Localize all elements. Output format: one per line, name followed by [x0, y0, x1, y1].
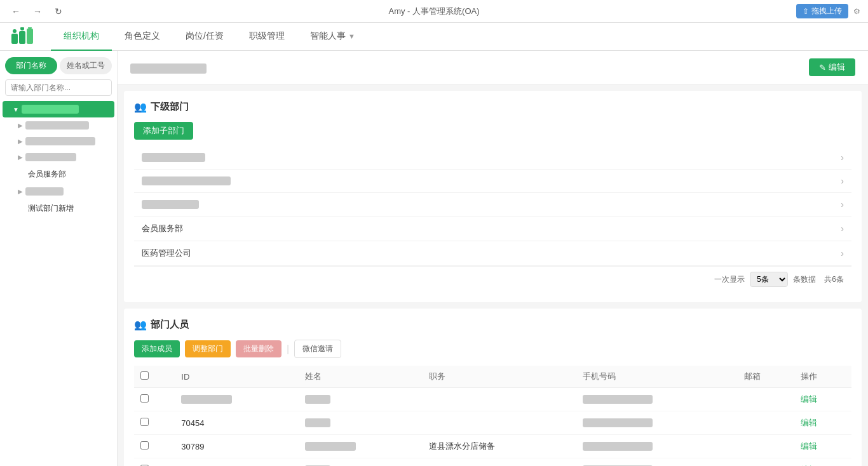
subdept-name-4: 会员服务部 — [142, 223, 183, 234]
subdept-row[interactable]: 会员服务部 › — [134, 216, 851, 241]
main-content: ✎ 编辑 👥 下级部门 添加子部门 › › — [118, 51, 868, 466]
tree-item-n2[interactable]: ▶ — [0, 133, 117, 149]
tree-item-n6[interactable]: 测试部门新增 — [0, 199, 117, 218]
forward-button[interactable]: → — [29, 5, 46, 18]
per-page-label: 一次显示 — [714, 274, 745, 285]
subdept-section-title: 👥 下级部门 — [134, 101, 851, 113]
table-row: 编辑 — [134, 388, 851, 411]
tree-label-n4: 会员服务部 — [28, 169, 66, 180]
col-action: 操作 — [794, 366, 851, 388]
member-id: 30789 — [175, 435, 299, 458]
main-nav: 组织机构 角色定义 岗位/任资 职级管理 智能人事 ▼ — [0, 23, 868, 51]
tab-role[interactable]: 角色定义 — [112, 23, 173, 51]
pagination-bar: 一次显示 5条 10条 20条 条数据 共6条 — [134, 266, 851, 292]
tree-item-n3[interactable]: ▶ — [0, 149, 117, 165]
chevron-right-icon: › — [841, 248, 844, 258]
table-row: 30789 道县漂水分店储备 编辑 — [134, 435, 851, 458]
wechat-invite-button[interactable]: 微信邀请 — [294, 340, 341, 358]
logo — [10, 25, 41, 48]
edit-member-action[interactable]: 编辑 — [794, 388, 851, 411]
member-phone — [583, 442, 653, 451]
tab-dept-name[interactable]: 部门名称 — [5, 57, 57, 74]
edit-member-action[interactable]: 编辑 — [794, 458, 851, 467]
table-header-row: ID 姓名 职务 手机号码 邮箱 操作 — [134, 366, 851, 388]
edit-member-action[interactable]: 编辑 — [794, 411, 851, 435]
chevron-right-icon: › — [841, 176, 844, 186]
table-row: 70454 编辑 — [134, 411, 851, 435]
edit-icon: ✎ — [819, 63, 826, 72]
row-checkbox[interactable] — [140, 441, 149, 449]
svg-rect-0 — [11, 34, 18, 44]
subdept-row[interactable]: › — [134, 170, 851, 193]
col-email: 邮箱 — [738, 366, 795, 388]
upload-icon: ⇧ — [803, 7, 809, 16]
zoom-indicator: ⚙ — [853, 7, 860, 16]
col-id: ID — [175, 366, 299, 388]
member-id: 70454 — [175, 411, 299, 435]
subdept-icon: 👥 — [134, 101, 147, 113]
member-id: 70453 — [175, 458, 299, 467]
member-position: 道县漂水分店储备 — [423, 435, 576, 458]
member-phone — [583, 395, 653, 404]
batch-delete-button[interactable]: 批量删除 — [236, 340, 281, 357]
subdept-name-5: 医药管理公司 — [142, 248, 191, 259]
tab-smart[interactable]: 智能人事 ▼ — [297, 23, 368, 51]
tab-archive[interactable]: 职级管理 — [236, 23, 297, 51]
tree-item-n5[interactable]: ▶ — [0, 183, 117, 199]
dept-search-input[interactable] — [5, 79, 112, 96]
members-table: ID 姓名 职务 手机号码 邮箱 操作 — [134, 366, 851, 466]
member-phone — [583, 418, 653, 427]
tab-position[interactable]: 岗位/任资 — [173, 23, 236, 51]
tree-item-n4[interactable]: 会员服务部 — [0, 165, 117, 183]
chevron-right-icon: › — [841, 152, 844, 163]
chevron-down-icon: ▼ — [348, 32, 355, 40]
col-position: 职务 — [423, 366, 576, 388]
edit-member-action[interactable]: 编辑 — [794, 435, 851, 458]
tab-org[interactable]: 组织机构 — [51, 23, 112, 51]
subdept-row[interactable]: 医药管理公司 › — [134, 241, 851, 266]
sidebar: 部门名称 姓名或工号 ▼ ▶ ▶ ▶ 会员服务部 ▶ — [0, 51, 118, 466]
subdept-list: › › › 会员服务部 › 医药管理公司 › — [134, 146, 851, 266]
subdept-row[interactable]: › — [134, 193, 851, 216]
member-id — [181, 395, 232, 404]
page-title: Amy - 人事管理系统(OA) — [389, 6, 480, 17]
svg-point-4 — [20, 27, 24, 30]
per-page-select[interactable]: 5条 10条 20条 — [750, 272, 788, 287]
member-name — [305, 442, 356, 451]
svg-point-3 — [13, 29, 17, 33]
member-name — [305, 395, 330, 404]
subdept-section: 👥 下级部门 添加子部门 › › › 会员服务部 — [124, 91, 862, 302]
refresh-button[interactable]: ↻ — [51, 5, 66, 18]
topbar-right: ⇧ 拖拽上传 ⚙ — [796, 4, 860, 18]
row-checkbox[interactable] — [140, 394, 149, 403]
total-label: 条数据 共6条 — [793, 274, 844, 285]
tree-item-root[interactable]: ▼ — [3, 101, 114, 117]
sidebar-tabs: 部门名称 姓名或工号 — [5, 57, 112, 74]
members-section: 👥 部门人员 添加成员 调整部门 批量删除 | 微信邀请 ID 姓名 职务 手机 — [124, 309, 862, 466]
back-button[interactable]: ← — [8, 5, 24, 18]
add-child-dept-button[interactable]: 添加子部门 — [134, 122, 193, 140]
row-checkbox[interactable] — [140, 418, 149, 426]
adjust-dept-button[interactable]: 调整部门 — [185, 340, 231, 357]
col-name: 姓名 — [299, 366, 423, 388]
browser-nav: ← → ↻ — [8, 5, 66, 18]
upload-button[interactable]: ⇧ 拖拽上传 — [796, 4, 848, 18]
tree-label-n6: 测试部门新增 — [28, 203, 74, 214]
toolbar-divider: | — [287, 343, 289, 355]
table-row: 70453 编辑 — [134, 458, 851, 467]
chevron-right-icon: › — [841, 199, 844, 210]
tree-item-n1[interactable]: ▶ — [0, 117, 117, 133]
add-member-button[interactable]: 添加成员 — [134, 340, 180, 357]
member-name — [305, 418, 330, 427]
topbar: ← → ↻ Amy - 人事管理系统(OA) ⇧ 拖拽上传 ⚙ — [0, 0, 868, 23]
tab-emp-id[interactable]: 姓名或工号 — [60, 57, 112, 74]
svg-rect-1 — [19, 31, 25, 44]
edit-dept-button[interactable]: ✎ 编辑 — [809, 58, 855, 76]
members-section-title: 👥 部门人员 — [134, 319, 851, 331]
chevron-right-icon: › — [841, 223, 844, 234]
members-toolbar: 添加成员 调整部门 批量删除 | 微信邀请 — [134, 340, 851, 358]
subdept-row[interactable]: › — [134, 146, 851, 170]
members-icon: 👥 — [134, 319, 147, 331]
expand-icon: ▼ — [13, 106, 19, 113]
select-all-checkbox[interactable] — [140, 371, 149, 380]
